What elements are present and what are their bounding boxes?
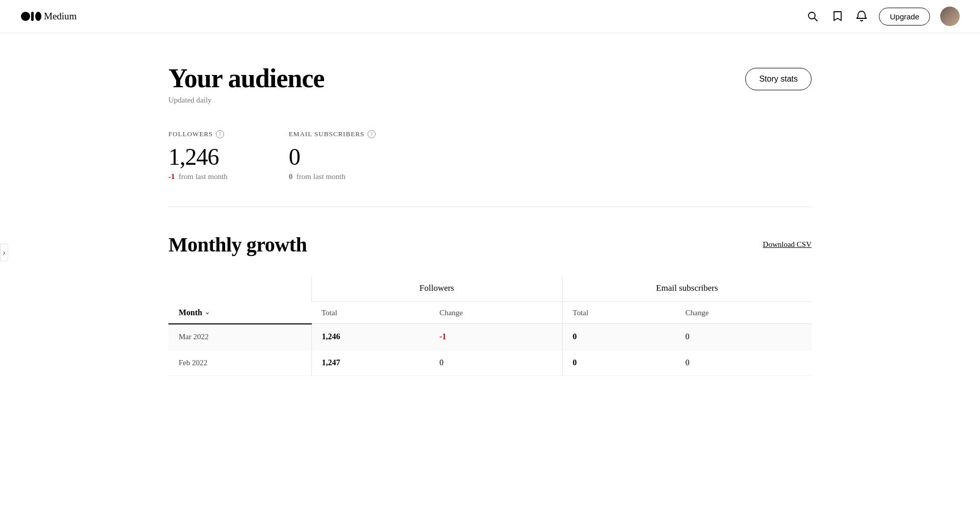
svg-point-2: [35, 12, 41, 21]
section-divider: [168, 207, 812, 207]
email-value: 0: [289, 143, 376, 170]
followers-stat: FOLLOWERS ? 1,246 -1 from last month: [168, 130, 228, 181]
email-change-value: 0: [289, 172, 293, 181]
avatar-image: [940, 7, 960, 26]
monthly-growth-header: Monthly growth Download CSV: [168, 233, 812, 257]
followers-change-value: -1: [168, 172, 175, 181]
cell-email-change: 0: [675, 324, 812, 350]
svg-rect-1: [31, 12, 34, 21]
email-total-header: Total: [562, 302, 675, 324]
email-label: EMAIL SUBSCRIBERS ?: [289, 130, 376, 138]
navbar-logo-area: Medium: [20, 9, 87, 24]
email-group-header: Email subscribers: [562, 277, 812, 302]
page-title-block: Your audience Updated daily: [168, 64, 324, 105]
svg-point-0: [21, 12, 30, 21]
sort-arrow-icon: ⌄: [205, 309, 210, 316]
followers-help-icon[interactable]: ?: [216, 130, 224, 138]
cell-email-change: 0: [675, 350, 812, 376]
main-content: Your audience Updated daily Story stats …: [128, 33, 852, 396]
month-column-header[interactable]: Month ⌄: [168, 302, 311, 324]
navbar-actions: Upgrade: [805, 7, 960, 26]
table-body: Mar 2022 1,246 -1 0 0 Feb 2022 1,247 0 0…: [168, 324, 812, 376]
navbar: Medium Upgrade: [0, 0, 980, 33]
table-row: Mar 2022 1,246 -1 0 0: [168, 324, 812, 350]
table-sub-header-row: Month ⌄ Total Change Total Change: [168, 302, 812, 324]
avatar[interactable]: [940, 7, 960, 26]
email-help-icon[interactable]: ?: [368, 130, 376, 138]
email-change-text: from last month: [297, 172, 346, 181]
followers-value: 1,246: [168, 143, 228, 170]
email-change-header: Change: [675, 302, 812, 324]
followers-total-header: Total: [311, 302, 429, 324]
left-edge-arrow[interactable]: ›: [0, 244, 8, 262]
cell-month: Mar 2022: [168, 324, 311, 350]
email-subscribers-stat: EMAIL SUBSCRIBERS ? 0 0 from last month: [289, 130, 376, 181]
bookmarks-icon[interactable]: [830, 9, 844, 23]
email-change: 0 from last month: [289, 172, 376, 181]
cell-followers-change: 0: [429, 350, 562, 376]
search-icon[interactable]: [805, 9, 820, 23]
page-header: Your audience Updated daily Story stats: [168, 64, 812, 105]
month-sort[interactable]: Month ⌄: [179, 308, 210, 317]
cell-email-total: 0: [562, 324, 675, 350]
growth-table: Followers Email subscribers Month ⌄ Tota…: [168, 277, 812, 376]
followers-change: -1 from last month: [168, 172, 228, 181]
cell-followers-change: -1: [429, 324, 562, 350]
medium-logo[interactable]: Medium: [20, 9, 87, 24]
upgrade-button[interactable]: Upgrade: [879, 8, 930, 26]
download-csv-link[interactable]: Download CSV: [763, 240, 812, 249]
cell-month: Feb 2022: [168, 350, 311, 376]
table-row: Feb 2022 1,247 0 0 0: [168, 350, 812, 376]
page-title: Your audience: [168, 64, 324, 93]
monthly-growth-title: Monthly growth: [168, 233, 307, 257]
stats-row: FOLLOWERS ? 1,246 -1 from last month EMA…: [168, 130, 812, 181]
svg-line-5: [815, 18, 818, 21]
cell-email-total: 0: [562, 350, 675, 376]
followers-label: FOLLOWERS ?: [168, 130, 228, 138]
followers-change-header: Change: [429, 302, 562, 324]
story-stats-button[interactable]: Story stats: [745, 68, 812, 90]
followers-group-header: Followers: [311, 277, 562, 302]
svg-text:Medium: Medium: [44, 11, 77, 21]
table-group-header-row: Followers Email subscribers: [168, 277, 812, 302]
followers-change-text: from last month: [179, 172, 228, 181]
cell-followers-total: 1,246: [311, 324, 429, 350]
page-subtitle: Updated daily: [168, 96, 324, 105]
cell-followers-total: 1,247: [311, 350, 429, 376]
notifications-icon[interactable]: [854, 9, 869, 23]
